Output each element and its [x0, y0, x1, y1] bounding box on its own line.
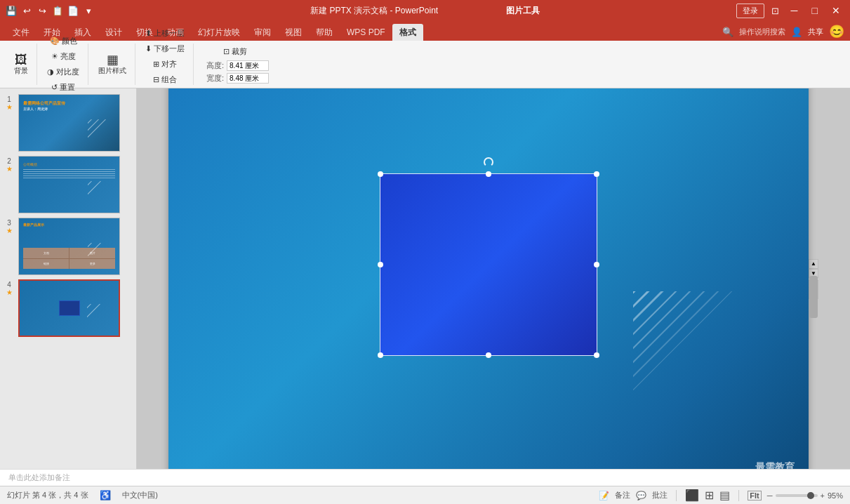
handle-tc[interactable]: [486, 171, 491, 177]
save-icon[interactable]: 💾: [6, 5, 17, 16]
fullscreen-icon[interactable]: ⊡: [770, 5, 781, 16]
notes-status-label[interactable]: 备注: [615, 490, 630, 500]
reader-view-icon[interactable]: ▤: [719, 489, 730, 502]
search-label[interactable]: 操作说明搜索: [739, 27, 785, 37]
new-doc-icon[interactable]: 📄: [67, 5, 79, 16]
tab-format[interactable]: 格式: [392, 24, 423, 41]
fit-icon[interactable]: FIt: [748, 491, 761, 500]
thumb3-title: 最新产品展示: [23, 223, 44, 227]
ribbon-btn-forward[interactable]: ⬆ 上移一层: [142, 27, 187, 40]
accessibility-icon[interactable]: ♿: [100, 490, 111, 500]
tab-slideshow[interactable]: 幻灯片放映: [191, 24, 247, 41]
divider-2: [738, 490, 739, 501]
diagonal-decoration: [633, 291, 788, 446]
handle-bc[interactable]: [486, 352, 491, 358]
slide-item-3[interactable]: 3 ★ 最新产品展示 文档 图片 链接 更多: [3, 218, 133, 275]
tab-design[interactable]: 设计: [98, 24, 129, 41]
tab-help[interactable]: 帮助: [309, 24, 340, 41]
width-label: 宽度:: [206, 73, 224, 84]
thumb4-diag: [87, 304, 115, 332]
watermark: 最需教育: [755, 461, 795, 470]
handle-ml[interactable]: [378, 262, 383, 267]
handle-mr[interactable]: [594, 262, 599, 267]
zoom-level[interactable]: 95%: [828, 491, 843, 500]
login-button[interactable]: 登录: [736, 4, 764, 18]
brightness-label: 亮度: [60, 51, 76, 62]
handle-br[interactable]: [594, 352, 599, 358]
zoom-in-button[interactable]: +: [821, 491, 825, 500]
ribbon-btn-group[interactable]: ⊟ 组合: [150, 73, 180, 86]
normal-view-icon[interactable]: ⬛: [685, 489, 699, 502]
slide-thumb-1[interactable]: 最需网络公司产品宣传 主讲人：周龙涛: [18, 94, 120, 152]
ribbon-btn-reset[interactable]: ↺ 重置: [48, 81, 78, 94]
minimize-button[interactable]: ─: [787, 4, 802, 18]
emoji-icon[interactable]: 😊: [829, 24, 844, 39]
slide-number-3: 3 ★: [3, 218, 15, 234]
close-button[interactable]: ✕: [828, 4, 844, 18]
redo-icon[interactable]: ↪: [36, 5, 48, 16]
scroll-thumb[interactable]: [809, 276, 818, 318]
handle-tl[interactable]: [378, 171, 383, 177]
slide-thumb-3[interactable]: 最新产品展示 文档 图片 链接 更多: [18, 218, 120, 275]
right-scrollbar: ▲ ▼ ▴ ▾: [809, 259, 818, 299]
height-input[interactable]: [227, 60, 269, 71]
tab-file[interactable]: 文件: [6, 24, 36, 41]
star-3: ★: [6, 227, 13, 234]
slide-item-1[interactable]: 1 ★ 最需网络公司产品宣传 主讲人：周龙涛: [3, 94, 133, 152]
share-icon: 👤: [791, 27, 802, 37]
ribbon-btn-styles[interactable]: ▦ 图片样式: [95, 52, 129, 77]
zoom-thumb: [807, 492, 814, 499]
ribbon-section-insert: 🖼 背景: [6, 44, 37, 85]
ribbon-btn-background[interactable]: 🖼 背景: [11, 52, 31, 77]
contrast-icon: ◑: [47, 67, 54, 77]
zoom-slider[interactable]: [776, 494, 818, 497]
slide-thumb-4[interactable]: [18, 279, 120, 337]
handle-bl[interactable]: [378, 352, 383, 358]
width-input[interactable]: [227, 73, 269, 84]
tab-wpspdf[interactable]: WPS PDF: [340, 24, 392, 41]
thumb4-shape: [59, 300, 80, 316]
share-label[interactable]: 共享: [808, 27, 823, 37]
color-icon: 🎨: [50, 37, 60, 46]
zoom-out-button[interactable]: ─: [767, 491, 773, 500]
tab-review[interactable]: 审阅: [247, 24, 278, 41]
slide-canvas: 最需教育: [168, 88, 809, 469]
ribbon-btn-color[interactable]: 🎨 颜色: [47, 34, 80, 48]
scroll-up-button[interactable]: ▲: [809, 259, 818, 269]
ribbon-btn-contrast[interactable]: ◑ 对比度: [44, 65, 82, 79]
ribbon-btn-crop[interactable]: ⊡ 裁剪: [220, 45, 250, 58]
styles-label: 图片样式: [98, 66, 126, 76]
slide-item-4[interactable]: 4 ★: [3, 279, 133, 337]
comments-status-label[interactable]: 批注: [652, 490, 668, 500]
thumb2-diag: [88, 181, 116, 209]
title-bar-right-icons: 登录 ⊡ ─ □ ✕: [736, 4, 844, 18]
slide-thumb-2[interactable]: 公司概括: [18, 156, 120, 213]
ribbon-btn-align[interactable]: ⊞ 对齐: [150, 58, 180, 71]
slide-item-2[interactable]: 2 ★ 公司概括: [3, 156, 133, 213]
comment-icon[interactable]: 💬: [636, 491, 646, 500]
undo-icon[interactable]: ↩: [21, 5, 32, 16]
ribbon-btn-backward[interactable]: ⬇ 下移一层: [142, 42, 187, 55]
ribbon-btn-brightness[interactable]: ☀ 亮度: [48, 50, 79, 63]
background-icon: 🖼: [15, 53, 27, 66]
notes-bar: 单击此处添加备注: [0, 469, 850, 486]
align-icon: ⊞: [153, 60, 159, 69]
template-icon[interactable]: 📋: [52, 5, 63, 16]
slide-number-2: 2 ★: [3, 156, 15, 173]
tab-view[interactable]: 视图: [278, 24, 309, 41]
ribbon-content: 🖼 背景 🎨 颜色 ☀ 亮度 ◑ 对比度 ↺ 重置 ▦: [0, 41, 850, 88]
title-text: 新建 PPTX 演示文稿 - PowerPoint: [310, 6, 438, 15]
thumb1-diag: [88, 119, 116, 147]
more-icon[interactable]: ▾: [83, 5, 94, 16]
selected-shape[interactable]: [380, 173, 597, 356]
grid-view-icon[interactable]: ⊞: [705, 489, 714, 502]
handle-tr[interactable]: [594, 171, 599, 177]
thumb2-lines: [23, 169, 115, 180]
notes-placeholder[interactable]: 单击此处添加备注: [8, 472, 70, 483]
ribbon-section-arrange: ⬆ 上移一层 ⬇ 下移一层 ⊞ 对齐 ⊟ 组合 ↻ 旋转: [137, 44, 194, 85]
notes-icon[interactable]: 📝: [599, 491, 609, 500]
background-label: 背景: [14, 66, 28, 76]
divider-1: [676, 490, 677, 501]
restore-button[interactable]: □: [808, 4, 822, 18]
rotate-handle[interactable]: [484, 157, 493, 167]
